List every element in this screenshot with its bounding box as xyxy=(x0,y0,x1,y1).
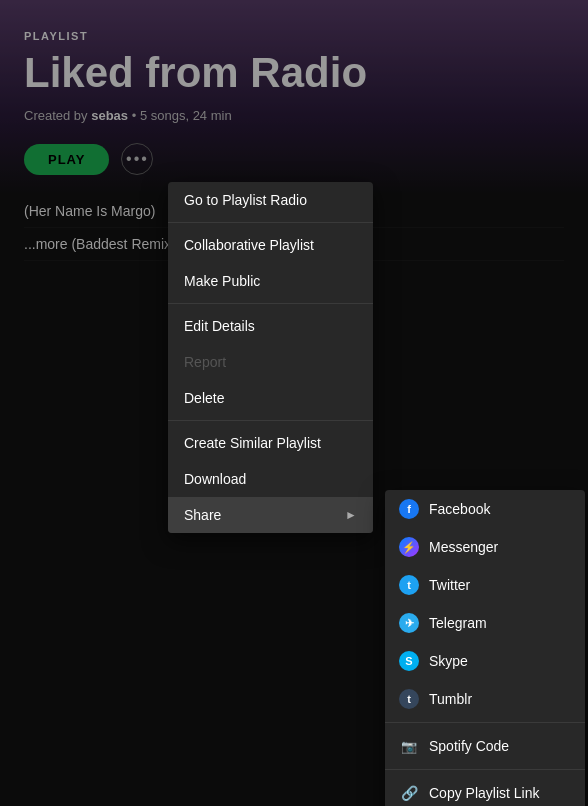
menu-item-label: Edit Details xyxy=(184,318,255,334)
menu-item-label: Share xyxy=(184,507,221,523)
share-item-twitter[interactable]: t Twitter xyxy=(385,566,585,604)
share-item-label: Tumblr xyxy=(429,691,472,707)
menu-divider xyxy=(168,222,373,223)
share-item-skype[interactable]: S Skype xyxy=(385,642,585,680)
menu-item-share[interactable]: Share ► xyxy=(168,497,373,533)
skype-icon: S xyxy=(399,651,419,671)
share-item-label: Twitter xyxy=(429,577,470,593)
share-item-tumblr[interactable]: t Tumblr xyxy=(385,680,585,718)
menu-item-go-to-radio[interactable]: Go to Playlist Radio xyxy=(168,182,373,218)
menu-item-create-similar[interactable]: Create Similar Playlist xyxy=(168,425,373,461)
share-item-label: Facebook xyxy=(429,501,490,517)
share-item-label: Telegram xyxy=(429,615,487,631)
menu-item-edit-details[interactable]: Edit Details xyxy=(168,308,373,344)
menu-item-label: Download xyxy=(184,471,246,487)
twitter-icon: t xyxy=(399,575,419,595)
share-item-label: Messenger xyxy=(429,539,498,555)
menu-item-label: Create Similar Playlist xyxy=(184,435,321,451)
menu-item-download[interactable]: Download xyxy=(168,461,373,497)
share-item-label: Skype xyxy=(429,653,468,669)
share-item-facebook[interactable]: f Facebook xyxy=(385,490,585,528)
share-item-messenger[interactable]: ⚡ Messenger xyxy=(385,528,585,566)
share-submenu: f Facebook ⚡ Messenger t Twitter ✈ Teleg… xyxy=(385,490,585,806)
facebook-icon: f xyxy=(399,499,419,519)
context-menu: Go to Playlist Radio Collaborative Playl… xyxy=(168,182,373,533)
menu-item-label: Go to Playlist Radio xyxy=(184,192,307,208)
share-divider xyxy=(385,769,585,770)
chevron-right-icon: ► xyxy=(345,508,357,522)
link-icon: 🔗 xyxy=(399,783,419,803)
share-item-label: Copy Playlist Link xyxy=(429,785,540,801)
menu-item-report: Report xyxy=(168,344,373,380)
menu-item-delete[interactable]: Delete xyxy=(168,380,373,416)
share-item-spotify-code[interactable]: 📷 Spotify Code xyxy=(385,727,585,765)
menu-item-make-public[interactable]: Make Public xyxy=(168,263,373,299)
menu-item-label: Make Public xyxy=(184,273,260,289)
tumblr-icon: t xyxy=(399,689,419,709)
share-item-copy-link[interactable]: 🔗 Copy Playlist Link xyxy=(385,774,585,806)
menu-item-label: Delete xyxy=(184,390,224,406)
menu-item-collaborative[interactable]: Collaborative Playlist xyxy=(168,227,373,263)
menu-item-label: Report xyxy=(184,354,226,370)
spotify-code-icon: 📷 xyxy=(399,736,419,756)
menu-divider xyxy=(168,420,373,421)
menu-item-label: Collaborative Playlist xyxy=(184,237,314,253)
telegram-icon: ✈ xyxy=(399,613,419,633)
share-item-label: Spotify Code xyxy=(429,738,509,754)
share-divider xyxy=(385,722,585,723)
share-item-telegram[interactable]: ✈ Telegram xyxy=(385,604,585,642)
menu-divider xyxy=(168,303,373,304)
messenger-icon: ⚡ xyxy=(399,537,419,557)
